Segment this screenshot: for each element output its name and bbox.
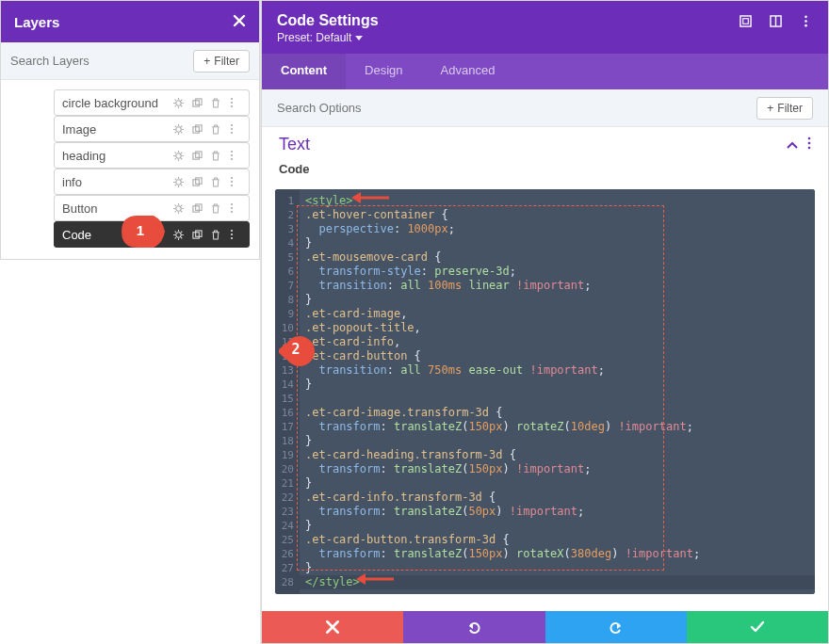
undo-button[interactable] — [403, 611, 545, 643]
tab-advanced[interactable]: Advanced — [422, 54, 514, 89]
more-icon[interactable] — [230, 123, 241, 135]
save-button[interactable] — [687, 611, 828, 643]
svg-rect-85 — [740, 15, 751, 25]
svg-point-67 — [231, 203, 233, 205]
svg-line-64 — [175, 211, 176, 212]
annotation-marker-2: 2 — [279, 335, 313, 363]
layer-actions — [173, 229, 241, 240]
expand-full-icon[interactable] — [740, 15, 753, 27]
more-icon[interactable] — [230, 97, 241, 108]
layer-actions — [173, 97, 241, 108]
svg-rect-86 — [743, 18, 749, 24]
layers-panel: Layers + Filter circle background Image … — [0, 0, 261, 644]
layer-actions — [173, 150, 241, 161]
tab-content[interactable]: Content — [262, 54, 346, 89]
settings-tabs: ContentDesignAdvanced — [262, 54, 828, 89]
trash-icon[interactable] — [211, 203, 222, 214]
svg-line-6 — [181, 105, 182, 106]
line-number-gutter: 1234567891011121314151617181920212223242… — [275, 189, 300, 594]
svg-line-20 — [181, 132, 182, 133]
trash-icon[interactable] — [211, 230, 222, 240]
gear-icon[interactable] — [173, 124, 185, 135]
gear-icon[interactable] — [173, 203, 185, 214]
gear-icon[interactable] — [173, 151, 185, 161]
layer-item[interactable]: circle background — [54, 89, 250, 116]
cancel-button[interactable] — [262, 611, 403, 643]
more-icon[interactable] — [230, 229, 241, 240]
annotation-marker-1: 1 — [122, 216, 159, 244]
code-settings-title: Code Settings — [277, 12, 379, 29]
gear-icon[interactable] — [173, 230, 185, 240]
plus-icon: + — [767, 102, 773, 115]
gear-icon[interactable] — [173, 177, 185, 187]
trash-icon[interactable] — [211, 177, 222, 187]
svg-point-53 — [231, 177, 233, 179]
search-layers-input[interactable] — [10, 54, 186, 68]
layer-label: Image — [62, 122, 96, 137]
close-icon[interactable] — [233, 13, 246, 30]
svg-line-77 — [181, 231, 182, 232]
search-options-input[interactable] — [277, 101, 749, 115]
gear-icon[interactable] — [173, 98, 185, 108]
svg-point-42 — [176, 179, 182, 185]
trash-icon[interactable] — [211, 98, 222, 108]
svg-point-14 — [176, 126, 182, 132]
header-actions — [740, 15, 813, 27]
code-settings-header: Code Settings Preset: Default — [262, 1, 828, 54]
preset-dropdown[interactable]: Preset: Default — [277, 31, 813, 44]
layer-item[interactable]: heading — [54, 142, 250, 169]
split-column-icon[interactable] — [770, 15, 783, 27]
svg-point-89 — [805, 15, 807, 18]
svg-point-26 — [231, 128, 233, 130]
trash-icon[interactable] — [211, 151, 222, 161]
duplicate-icon[interactable] — [192, 151, 203, 161]
tab-design[interactable]: Design — [346, 54, 421, 89]
filter-button[interactable]: + Filter — [193, 50, 250, 72]
more-icon[interactable] — [800, 15, 813, 27]
more-icon[interactable] — [230, 176, 241, 187]
more-icon[interactable] — [807, 137, 811, 153]
plus-icon: + — [203, 55, 210, 68]
settings-searchbar: + Filter — [262, 89, 828, 127]
layer-item[interactable]: info — [54, 169, 250, 195]
duplicate-icon[interactable] — [192, 230, 203, 240]
svg-point-13 — [231, 105, 233, 107]
duplicate-icon[interactable] — [192, 98, 203, 108]
more-icon[interactable] — [230, 202, 241, 214]
svg-point-92 — [808, 137, 811, 140]
svg-line-49 — [181, 178, 182, 179]
svg-point-90 — [805, 20, 807, 23]
chevron-down-icon — [355, 31, 363, 44]
section-title: Text — [279, 135, 310, 154]
duplicate-icon[interactable] — [192, 203, 203, 214]
svg-point-69 — [231, 211, 233, 213]
redo-button[interactable] — [545, 611, 687, 643]
svg-line-7 — [181, 99, 182, 100]
filter-button[interactable]: + Filter — [756, 97, 813, 120]
svg-line-21 — [181, 125, 182, 126]
layer-actions — [173, 202, 241, 214]
duplicate-icon[interactable] — [192, 124, 203, 135]
svg-point-68 — [231, 207, 233, 209]
trash-icon[interactable] — [211, 124, 222, 135]
svg-line-34 — [181, 158, 182, 159]
footer-actions — [262, 611, 828, 643]
svg-line-5 — [175, 99, 176, 100]
code-editor[interactable]: 1234567891011121314151617181920212223242… — [275, 189, 815, 594]
layers-header: Layers — [1, 1, 259, 42]
more-icon[interactable] — [230, 150, 241, 161]
preset-label: Preset: Default — [277, 31, 351, 44]
svg-line-62 — [181, 211, 182, 212]
layer-label: Code — [62, 228, 91, 242]
svg-line-78 — [175, 237, 176, 238]
layer-item[interactable]: Image — [54, 116, 250, 142]
svg-point-56 — [176, 205, 182, 211]
collapse-icon[interactable] — [787, 137, 798, 153]
duplicate-icon[interactable] — [192, 177, 203, 187]
svg-point-70 — [176, 232, 182, 237]
layer-label: circle background — [62, 96, 158, 110]
code-content[interactable]: 2 <style>.et-hover-container { perspecti… — [300, 189, 815, 594]
svg-point-28 — [176, 153, 182, 158]
svg-point-91 — [805, 24, 807, 26]
svg-point-40 — [231, 154, 233, 156]
